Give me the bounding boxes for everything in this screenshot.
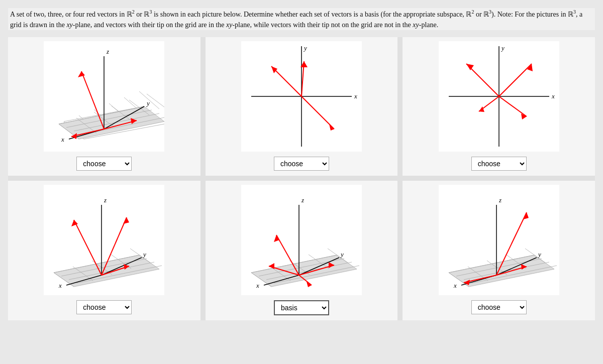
svg-text:y: y <box>340 251 344 258</box>
svg-text:y: y <box>303 44 307 52</box>
select-row-2: choose basis not a basis <box>274 157 329 171</box>
select-row-1: choose basis not a basis <box>76 157 132 171</box>
dropdown-1[interactable]: choose basis not a basis <box>76 157 132 171</box>
svg-text:x: x <box>551 92 555 100</box>
svg-text:y: y <box>146 99 150 107</box>
select-row-3: choose basis not a basis <box>471 157 527 171</box>
diagram-1: z y x <box>44 41 164 152</box>
svg-text:z: z <box>106 48 109 55</box>
select-row-4: choose basis not a basis <box>76 300 132 314</box>
svg-text:z: z <box>301 196 304 204</box>
dropdown-3[interactable]: choose basis not a basis <box>471 157 527 171</box>
svg-text:x: x <box>256 282 259 289</box>
dropdown-2[interactable]: choose basis not a basis <box>274 157 329 171</box>
svg-line-39 <box>271 66 301 96</box>
diagram-6: z y x <box>439 185 559 295</box>
svg-text:z: z <box>498 196 501 204</box>
cell-4: z y x choose basis not a bas <box>8 181 200 320</box>
svg-line-55 <box>499 96 527 116</box>
svg-marker-54 <box>479 106 484 112</box>
diagram-4: z y x <box>44 185 164 295</box>
dropdown-4[interactable]: choose basis not a basis <box>76 300 132 314</box>
description: A set of two, three, or four red vectors… <box>8 8 595 30</box>
problem-grid: z y x choose basis <box>8 37 595 320</box>
svg-marker-50 <box>466 64 474 70</box>
svg-text:x: x <box>453 282 457 289</box>
svg-text:x: x <box>61 136 64 143</box>
svg-text:z: z <box>104 196 107 204</box>
svg-marker-40 <box>271 66 277 73</box>
svg-marker-44 <box>329 124 334 131</box>
dropdown-6[interactable]: choose basis not a basis <box>471 300 527 314</box>
svg-marker-76 <box>123 217 129 224</box>
diagram-3: x y <box>439 41 559 152</box>
select-row-5: choose basis not a basis <box>274 300 329 315</box>
select-row-6: choose basis not a basis <box>471 300 527 314</box>
cell-2: x y choose basis not a basis <box>206 37 398 176</box>
svg-line-51 <box>499 64 532 96</box>
svg-text:x: x <box>58 282 62 289</box>
cell-5: z y x choose <box>206 181 398 320</box>
dropdown-5[interactable]: choose basis not a basis <box>274 300 329 315</box>
diagram-5: z y x <box>241 185 362 295</box>
svg-text:x: x <box>354 92 357 100</box>
cell-1: z y x choose basis <box>8 37 200 176</box>
diagram-2: x y <box>241 41 362 152</box>
cell-6: z y x choose basis not a bas <box>403 181 595 320</box>
svg-marker-12 <box>59 106 164 139</box>
svg-marker-96 <box>269 263 274 269</box>
cell-3: x y choose basis n <box>403 37 595 176</box>
svg-text:y: y <box>500 44 505 52</box>
svg-text:y: y <box>142 251 146 258</box>
svg-text:y: y <box>537 251 541 258</box>
